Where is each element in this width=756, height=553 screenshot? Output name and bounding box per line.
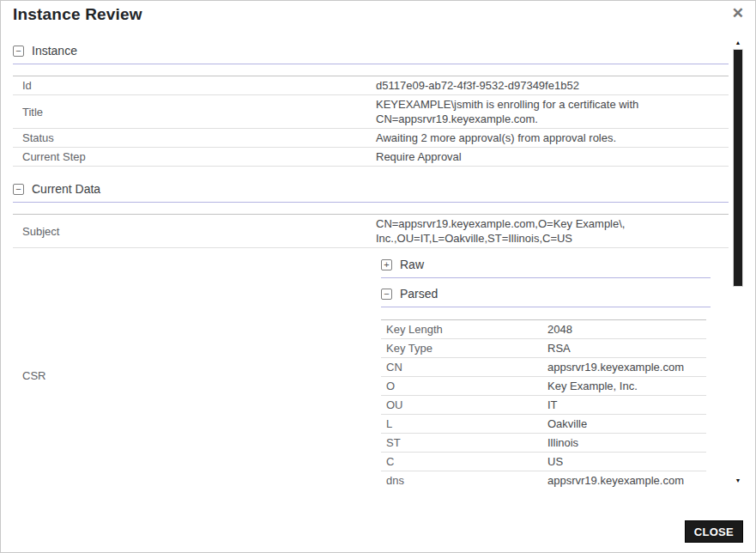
subsection-divider: [381, 307, 711, 307]
collapse-icon[interactable]: −: [381, 289, 392, 300]
table-row: Subject CN=appsrvr19.keyexample.com,O=Ke…: [13, 215, 729, 248]
field-label: CN: [381, 360, 547, 374]
collapse-icon[interactable]: −: [13, 46, 24, 57]
table-row: dns appsrvr19.keyexample.com: [381, 471, 706, 489]
vertical-scrollbar[interactable]: ▲ ▼: [732, 39, 744, 485]
section-label: Instance: [32, 44, 77, 58]
field-value: appsrvr19.keyexample.com: [547, 473, 706, 488]
instance-review-dialog: Instance Review ✕ − Instance Id d5117e09…: [0, 0, 756, 553]
current-data-table: Subject CN=appsrvr19.keyexample.com,O=Ke…: [13, 214, 729, 489]
table-row: Id d5117e09-ab72-4f3f-9532-d97349fe1b52: [13, 76, 729, 95]
scroll-down-icon[interactable]: ▼: [732, 477, 744, 485]
table-row: L Oakville: [381, 415, 706, 434]
field-value: Illinois: [547, 435, 706, 450]
field-label: C: [381, 454, 547, 469]
subsection-label: Raw: [400, 258, 424, 272]
table-row: ST Illinois: [381, 434, 706, 453]
table-row: Current Step Require Approval: [13, 148, 729, 167]
dialog-title: Instance Review: [13, 5, 142, 24]
scroll-up-icon[interactable]: ▲: [732, 39, 744, 47]
field-label: dns: [381, 473, 547, 488]
field-label: Id: [13, 78, 376, 93]
field-value: RSA: [547, 341, 706, 356]
close-button[interactable]: CLOSE: [685, 520, 743, 543]
field-value: appsrvr19.keyexample.com: [547, 360, 706, 374]
csr-detail-panel: + Raw − Parsed Key Length 2048: [376, 250, 729, 489]
table-row: Key Type RSA: [381, 339, 706, 358]
table-row: CN appsrvr19.keyexample.com: [381, 358, 706, 377]
field-label: Title: [13, 105, 376, 119]
expand-icon[interactable]: +: [381, 259, 392, 270]
table-row-csr: CSR + Raw − Parsed Key Length: [13, 248, 729, 489]
field-label: OU: [381, 398, 547, 412]
field-label: Current Step: [13, 149, 376, 164]
field-label: Key Length: [381, 322, 547, 337]
close-icon[interactable]: ✕: [732, 4, 744, 23]
subsection-label: Parsed: [400, 287, 438, 301]
scrollbar-thumb[interactable]: [733, 49, 743, 287]
table-row: C US: [381, 453, 706, 471]
field-value: KEYEXAMPLE\jsmith is enrolling for a cer…: [376, 97, 729, 126]
field-label: Key Type: [381, 341, 547, 356]
field-label: Subject: [13, 224, 376, 239]
field-label: O: [381, 379, 547, 393]
field-value: CN=appsrvr19.keyexample.com,O=Key Exampl…: [376, 216, 729, 246]
collapse-icon[interactable]: −: [13, 184, 24, 195]
section-label: Current Data: [32, 182, 100, 196]
field-value: Require Approval: [376, 149, 729, 164]
field-value: IT: [547, 398, 706, 412]
field-value: US: [547, 454, 706, 469]
table-row: OU IT: [381, 396, 706, 415]
section-divider: [13, 202, 729, 203]
section-divider: [13, 64, 729, 64]
table-row: Status Awaiting 2 more approval(s) from …: [13, 129, 729, 148]
field-value: Oakville: [547, 416, 706, 431]
dialog-scroll-area: − Instance Id d5117e09-ab72-4f3f-9532-d9…: [13, 39, 729, 489]
field-label: ST: [381, 435, 547, 450]
field-label: CSR: [13, 368, 376, 383]
field-value: Key Example, Inc.: [547, 379, 706, 393]
table-row: Key Length 2048: [381, 320, 706, 339]
field-label: Status: [13, 131, 376, 145]
section-header-instance[interactable]: − Instance: [13, 43, 729, 58]
subsection-divider: [381, 277, 711, 278]
instance-fields-table: Id d5117e09-ab72-4f3f-9532-d97349fe1b52 …: [13, 76, 729, 167]
table-row: Title KEYEXAMPLE\jsmith is enrolling for…: [13, 95, 729, 129]
field-value: Awaiting 2 more approval(s) from approva…: [376, 131, 729, 145]
field-label: L: [381, 416, 547, 431]
subsection-header-raw[interactable]: + Raw: [381, 257, 729, 272]
field-value: d5117e09-ab72-4f3f-9532-d97349fe1b52: [376, 78, 729, 93]
section-header-current-data[interactable]: − Current Data: [13, 181, 729, 197]
subsection-header-parsed[interactable]: − Parsed: [381, 286, 729, 301]
csr-parsed-table: Key Length 2048 Key Type RSA CN appsrvr1…: [381, 319, 706, 489]
table-row: O Key Example, Inc.: [381, 377, 706, 396]
field-value: 2048: [547, 322, 706, 337]
